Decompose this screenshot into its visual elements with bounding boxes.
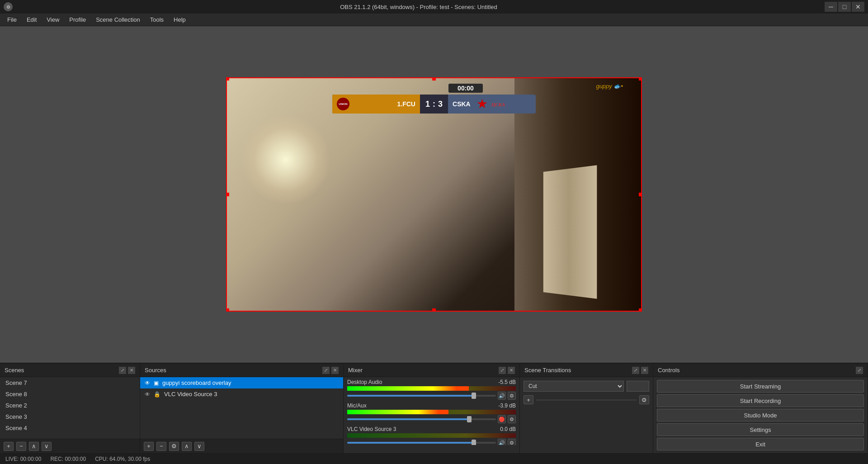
scenes-up-btn[interactable]: ∧ xyxy=(29,442,39,451)
mixer-fader-desktop[interactable] xyxy=(347,395,496,397)
mixer-mute-vlc[interactable]: 🔊 xyxy=(498,439,506,445)
scenes-close-btn[interactable]: ✕ xyxy=(128,367,135,374)
menu-profile[interactable]: Profile xyxy=(65,15,90,24)
sources-down-btn[interactable]: ∨ xyxy=(194,442,204,451)
sources-panel: Sources ⤢ ✕ 👁 ▣ guppyi scoreboard overla… xyxy=(140,364,344,453)
sources-body: 👁 ▣ guppyi scoreboard overlay 👁 🔒 VLC Vi… xyxy=(140,377,343,439)
maximize-button[interactable]: □ xyxy=(838,2,851,12)
handle-top-mid[interactable] xyxy=(432,77,436,80)
score-display: 1 : 3 xyxy=(420,95,448,114)
mixer-settings-vlc[interactable]: ⚙ xyxy=(508,439,516,445)
scene-item-3[interactable]: Scene 3 xyxy=(0,411,140,422)
handle-bottom-left[interactable] xyxy=(226,308,229,312)
mixer-panel-icons: ⤢ ✕ xyxy=(499,367,515,374)
controls-panel-icons: ⤢ xyxy=(856,367,863,374)
handle-top-left[interactable] xyxy=(226,77,229,80)
sources-remove-btn[interactable]: − xyxy=(156,442,166,451)
status-live: LIVE: 00:00:00 xyxy=(5,456,41,462)
menu-edit[interactable]: Edit xyxy=(22,15,41,24)
handle-mid-left[interactable] xyxy=(226,193,229,196)
scenes-down-btn[interactable]: ∨ xyxy=(42,442,52,451)
source-item-0[interactable]: 👁 ▣ guppyi scoreboard overlay xyxy=(140,377,343,388)
start-recording-button[interactable]: Start Recording xyxy=(657,394,864,407)
mixer-settings-mic[interactable]: ⚙ xyxy=(508,415,516,423)
mixer-fader-vlc[interactable] xyxy=(347,442,496,444)
menu-scene-collection[interactable]: Scene Collection xyxy=(91,15,145,24)
close-button[interactable]: ✕ xyxy=(852,2,864,12)
sources-close-btn[interactable]: ✕ xyxy=(331,367,339,374)
transitions-expand-btn[interactable]: ⤢ xyxy=(632,367,639,374)
studio-mode-button[interactable]: Studio Mode xyxy=(657,409,864,421)
window-title: OBS 21.1.2 (64bit, windows) - Profile: t… xyxy=(13,4,825,10)
scenes-footer: + − ∧ ∨ xyxy=(0,439,140,453)
mixer-expand-btn[interactable]: ⤢ xyxy=(499,367,506,374)
scene-item-8[interactable]: Scene 8 xyxy=(0,388,140,400)
main-area: 00:00 UNION 1.FCU 1 : 3 CSK xyxy=(0,26,868,363)
scenes-panel-icons: ⤢ ✕ xyxy=(119,367,135,374)
mixer-mute-desktop[interactable]: 🔊 xyxy=(498,392,506,400)
bottom-panels: Scenes ⤢ ✕ Scene 7 Scene 8 Scene 2 Scene… xyxy=(0,363,868,453)
scenes-list: Scene 7 Scene 8 Scene 2 Scene 3 Scene 4 xyxy=(0,377,140,436)
transition-add-btn[interactable]: + xyxy=(524,395,533,404)
mixer-channel-mic-name: Mic/Aux xyxy=(347,402,367,409)
sources-settings-btn[interactable]: ⚙ xyxy=(169,442,179,451)
controls-body: Start Streaming Start Recording Studio M… xyxy=(653,377,868,453)
mixer-fader-thumb-desktop[interactable] xyxy=(472,393,476,399)
transitions-panel-icons: ⤢ ✕ xyxy=(632,367,648,374)
controls-expand-btn[interactable]: ⤢ xyxy=(856,367,863,374)
mixer-fader-thumb-vlc[interactable] xyxy=(472,440,476,445)
handle-top-right[interactable] xyxy=(639,77,642,80)
scene-item-2[interactable]: Scene 2 xyxy=(0,400,140,411)
score-time: 00:00 xyxy=(448,84,483,93)
exit-button[interactable]: Exit xyxy=(657,438,864,450)
transitions-panel-title: Scene Transitions xyxy=(524,367,571,374)
scenes-remove-btn[interactable]: − xyxy=(16,442,26,451)
scenes-add-btn[interactable]: + xyxy=(4,442,14,451)
sources-up-btn[interactable]: ∧ xyxy=(182,442,192,451)
team1-logo: UNION xyxy=(337,98,349,110)
score-main: UNION 1.FCU 1 : 3 CSKA ★ xyxy=(332,95,536,114)
mixer-fader-fill-vlc xyxy=(347,442,474,444)
mixer-close-btn[interactable]: ✕ xyxy=(508,367,515,374)
sources-expand-btn[interactable]: ⤢ xyxy=(322,367,330,374)
menu-file[interactable]: File xyxy=(3,15,21,24)
menu-tools[interactable]: Tools xyxy=(146,15,168,24)
transition-type-select[interactable]: Cut Fade xyxy=(524,381,624,392)
mixer-channel-mic-db: -3.9 dB xyxy=(498,402,516,409)
mixer-controls-mic: 🔴 ⚙ xyxy=(498,415,516,423)
minimize-button[interactable]: ─ xyxy=(825,2,837,12)
scene-item-7[interactable]: Scene 7 xyxy=(0,377,140,388)
mixer-channel-desktop-header: Desktop Audio -5.5 dB xyxy=(347,379,516,385)
transitions-close-btn[interactable]: ✕ xyxy=(641,367,648,374)
mixer-channel-vlc-header: VLC Video Source 3 0.0 dB xyxy=(347,426,516,432)
mixer-fader-mic[interactable] xyxy=(347,418,496,420)
sources-add-btn[interactable]: + xyxy=(144,442,154,451)
sources-panel-header: Sources ⤢ ✕ xyxy=(140,364,343,377)
scene-item-4[interactable]: Scene 4 xyxy=(0,422,140,434)
mixer-fader-thumb-mic[interactable] xyxy=(467,416,472,422)
handle-bottom-mid[interactable] xyxy=(432,308,436,312)
transition-duration-input[interactable] xyxy=(627,381,649,392)
settings-button[interactable]: Settings xyxy=(657,423,864,436)
mixer-channel-mic: Mic/Aux -3.9 dB 🔴 ⚙ xyxy=(347,402,516,423)
mixer-panel-header: Mixer ⤢ ✕ xyxy=(344,364,519,377)
preview-light xyxy=(241,114,331,205)
sources-footer: + − ⚙ ∧ ∨ xyxy=(140,439,343,453)
handle-bottom-right[interactable] xyxy=(639,308,642,312)
scoreboard-overlay: 00:00 UNION 1.FCU 1 : 3 CSK xyxy=(332,84,536,114)
scenes-expand-btn[interactable]: ⤢ xyxy=(119,367,126,374)
start-streaming-button[interactable]: Start Streaming xyxy=(657,380,864,393)
mixer-settings-desktop[interactable]: ⚙ xyxy=(508,392,516,400)
mixer-mute-mic[interactable]: 🔴 xyxy=(498,415,506,423)
source-name-0: guppyi scoreboard overlay xyxy=(162,379,231,386)
handle-mid-right[interactable] xyxy=(639,193,642,196)
mixer-meter-vlc xyxy=(347,433,516,438)
menu-view[interactable]: View xyxy=(42,15,64,24)
transition-gear-btn[interactable]: ⚙ xyxy=(639,395,649,404)
mixer-meter-desktop xyxy=(347,386,516,391)
mixer-channel-vlc: VLC Video Source 3 0.0 dB 🔊 ⚙ xyxy=(347,426,516,445)
menu-help[interactable]: Help xyxy=(169,15,190,24)
sources-panel-title: Sources xyxy=(145,367,166,374)
source-item-1[interactable]: 👁 🔒 VLC Video Source 3 xyxy=(140,388,343,400)
mixer-channel-desktop-name: Desktop Audio xyxy=(347,379,382,385)
